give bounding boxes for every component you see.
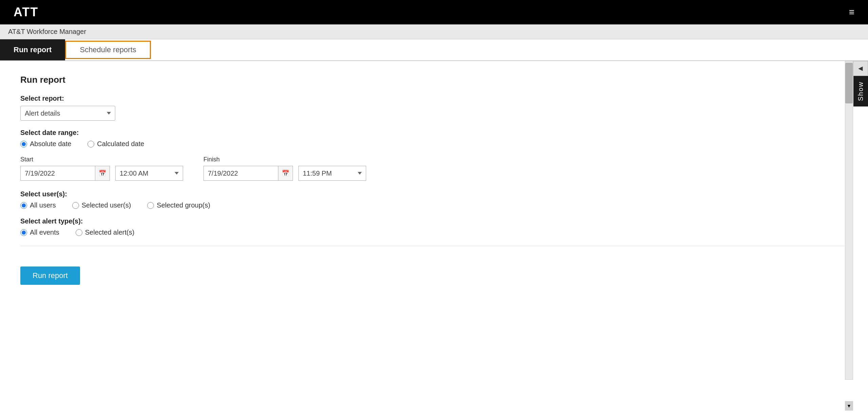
tab-bar: Run report Schedule reports: [0, 39, 868, 61]
radio-all-users[interactable]: All users: [20, 201, 56, 209]
finish-date-group: Finish 📅 11:59 PM: [203, 156, 366, 181]
side-panel-show-button[interactable]: Show: [853, 76, 868, 106]
scroll-thumb[interactable]: [845, 63, 853, 103]
radio-all-events-input[interactable]: [20, 229, 27, 236]
side-panel: ◄ Show: [853, 61, 868, 106]
select-report-label: Select report:: [20, 95, 848, 102]
alert-type-radio-group: All events Selected alert(s): [20, 229, 848, 236]
radio-all-users-input[interactable]: [20, 202, 27, 209]
date-range-radio-group: Absolute date Calculated date: [20, 140, 848, 148]
select-report-dropdown[interactable]: Alert details: [20, 106, 115, 121]
breadcrumb: AT&T Workforce Manager: [8, 28, 86, 36]
main-content: Run report Select report: Alert details …: [0, 61, 868, 414]
radio-all-events[interactable]: All events: [20, 229, 59, 236]
breadcrumb-bar: AT&T Workforce Manager: [0, 24, 868, 39]
radio-selected-alerts-label: Selected alert(s): [85, 229, 135, 236]
radio-all-users-label: All users: [30, 201, 56, 209]
radio-absolute-date[interactable]: Absolute date: [20, 140, 71, 148]
finish-label: Finish: [203, 156, 366, 163]
finish-date-input[interactable]: [203, 166, 278, 181]
radio-selected-alerts[interactable]: Selected alert(s): [76, 229, 135, 236]
start-date-group: Start 📅 12:00 AM: [20, 156, 183, 181]
radio-selected-users-input[interactable]: [72, 202, 79, 209]
users-radio-group: All users Selected user(s) Selected grou…: [20, 201, 848, 209]
side-panel-arrow-up[interactable]: ◄: [853, 61, 868, 76]
top-navigation: ATT ≡: [0, 0, 868, 24]
select-alert-type-label: Select alert type(s):: [20, 217, 848, 225]
select-alert-type-group: Select alert type(s): All events Selecte…: [20, 217, 848, 236]
radio-calculated-date[interactable]: Calculated date: [87, 140, 144, 148]
run-report-button[interactable]: Run report: [20, 267, 80, 285]
tab-run-report[interactable]: Run report: [0, 39, 65, 60]
finish-calendar-button[interactable]: 📅: [278, 166, 293, 181]
scroll-arrow-down[interactable]: ▼: [845, 401, 853, 411]
start-date-inputs: 📅 12:00 AM: [20, 166, 183, 181]
radio-all-events-label: All events: [30, 229, 59, 236]
select-users-group: Select user(s): All users Selected user(…: [20, 190, 848, 209]
select-date-range-label: Select date range:: [20, 129, 848, 137]
menu-icon[interactable]: ≡: [849, 7, 854, 18]
finish-date-inputs: 📅 11:59 PM: [203, 166, 366, 181]
start-label: Start: [20, 156, 183, 163]
select-report-group: Select report: Alert details: [20, 95, 848, 121]
date-range-row: Start 📅 12:00 AM Finish 📅 11:59 PM: [20, 156, 848, 181]
radio-selected-alerts-input[interactable]: [76, 229, 82, 236]
start-date-input[interactable]: [20, 166, 95, 181]
form-divider: [20, 246, 848, 246]
tab-schedule-reports[interactable]: Schedule reports: [65, 41, 151, 59]
select-users-label: Select user(s):: [20, 190, 848, 198]
radio-selected-users[interactable]: Selected user(s): [72, 201, 131, 209]
radio-selected-groups-input[interactable]: [147, 202, 154, 209]
radio-calculated-date-input[interactable]: [87, 141, 94, 147]
select-date-range-group: Select date range: Absolute date Calcula…: [20, 129, 848, 148]
radio-absolute-date-input[interactable]: [20, 141, 27, 147]
radio-selected-groups[interactable]: Selected group(s): [147, 201, 210, 209]
radio-selected-users-label: Selected user(s): [82, 201, 131, 209]
scroll-track: [845, 61, 853, 380]
radio-absolute-date-label: Absolute date: [30, 140, 71, 148]
radio-calculated-date-label: Calculated date: [97, 140, 144, 148]
start-time-select[interactable]: 12:00 AM: [115, 166, 183, 181]
app-logo: ATT: [14, 5, 38, 19]
section-title: Run report: [20, 75, 848, 85]
start-calendar-button[interactable]: 📅: [95, 166, 110, 181]
radio-selected-groups-label: Selected group(s): [157, 201, 210, 209]
finish-time-select[interactable]: 11:59 PM: [298, 166, 366, 181]
